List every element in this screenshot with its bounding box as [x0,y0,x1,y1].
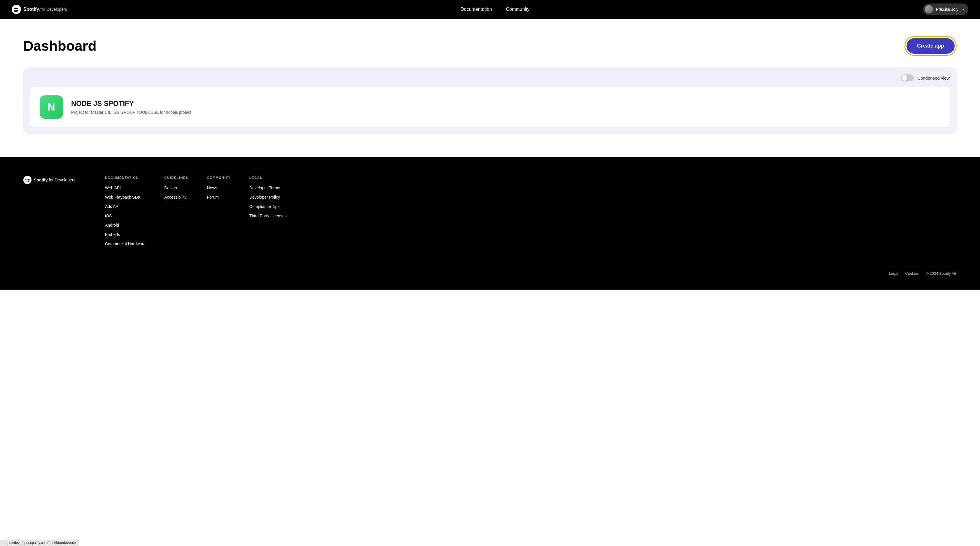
svg-point-0 [12,5,21,14]
list-item: News [207,185,231,191]
footer-col-legal: LEGAL Developer Terms Developer Policy C… [250,176,287,247]
footer-nav-cols: DOCUMENTATION Web API Web Playback SDK A… [105,176,957,247]
footer-col-guidelines-title: GUIDELINES [164,176,188,179]
condensed-view-row: Condensed view [30,74,950,81]
header-left: Spotify.for Developers [12,5,67,14]
list-item: Ads API [105,204,146,209]
header: Spotify.for Developers Documentation Com… [0,0,980,19]
footer-brand-text: Spotify.for Developers [34,178,75,182]
user-name: Priscilla Joly [936,7,958,12]
footer-spotify-icon [23,176,32,184]
condensed-view-label: Condensed view [917,76,950,81]
footer-link-commercial-hardware[interactable]: Commercial Hardware [105,242,146,246]
list-item: Developer Policy [250,194,287,200]
footer-link-ads-api[interactable]: Ads API [105,204,119,209]
nav-community[interactable]: Community [506,7,530,12]
app-icon: N [40,96,63,119]
footer-col-community-title: COMMUNITY [207,176,231,179]
list-item: Web API [105,185,146,191]
list-item: iOS [105,213,146,218]
list-item: Developer Terms [250,185,287,191]
footer-link-developer-policy[interactable]: Developer Policy [250,195,280,199]
footer-link-news[interactable]: News [207,186,217,190]
toggle-knob [902,75,907,81]
list-item: Web Playback SDK [105,194,146,200]
footer-link-web-api[interactable]: Web API [105,186,121,190]
main-content: Dashboard Create app Condensed view N NO… [0,19,980,157]
footer-link-developer-terms[interactable]: Developer Terms [250,186,280,190]
footer-community-links: News Forum [207,185,231,200]
svg-point-1 [23,176,32,184]
list-item: Android [105,223,146,228]
app-card[interactable]: N NODE JS SPOTIFY Project for Master 1 I… [30,87,950,127]
footer-link-android[interactable]: Android [105,223,119,228]
dashboard-header: Dashboard Create app [23,36,957,56]
footer-link-forum[interactable]: Forum [207,195,219,199]
list-item: Forum [207,194,231,200]
list-item: Accessibility [164,194,188,200]
header-nav: Documentation Community [461,7,530,12]
avatar [925,5,933,13]
chevron-down-icon: ▾ [963,7,964,11]
footer-col-documentation: DOCUMENTATION Web API Web Playback SDK A… [105,176,146,247]
spotify-logo[interactable]: Spotify.for Developers [12,5,67,14]
header-brand-text: Spotify.for Developers [23,7,67,12]
footer-link-design[interactable]: Design [164,186,177,190]
footer-col-legal-title: LEGAL [250,176,287,179]
create-app-button[interactable]: Create app [907,38,955,54]
list-item: Compliance Tips [250,204,287,209]
footer-link-embeds[interactable]: Embeds [105,232,120,237]
footer-bottom: Legal Cookies © 2024 Spotify AB [23,264,957,275]
footer-link-accessibility[interactable]: Accessibility [164,195,186,199]
footer-copyright: © 2024 Spotify AB [926,271,957,275]
footer-link-ios[interactable]: iOS [105,213,112,218]
page-title: Dashboard [23,38,97,54]
footer-link-web-playback-sdk[interactable]: Web Playback SDK [105,195,141,199]
list-item: Embeds [105,232,146,237]
footer-logo-col: Spotify.for Developers [23,176,82,247]
list-item: Third Party Licenses [250,213,287,218]
footer-guidelines-links: Design Accessibility [164,185,188,200]
footer-logo: Spotify.for Developers [23,176,82,184]
apps-container: Condensed view N NODE JS SPOTIFY Project… [23,67,957,134]
user-menu[interactable]: Priscilla Joly ▾ [923,3,968,15]
list-item: Commercial Hardware [105,241,146,247]
app-description: Project for Master 1 IL IGS GROUP TOULOU… [71,110,191,115]
footer-link-third-party-licenses[interactable]: Third Party Licenses [250,213,287,218]
condensed-view-toggle[interactable] [901,74,914,81]
footer: Spotify.for Developers DOCUMENTATION Web… [0,157,980,290]
footer-cookies-link[interactable]: Cookies [905,271,919,275]
app-name: NODE JS SPOTIFY [71,99,191,108]
footer-col-documentation-title: DOCUMENTATION [105,176,146,179]
footer-col-community: COMMUNITY News Forum [207,176,231,247]
nav-documentation[interactable]: Documentation [461,7,492,12]
footer-col-guidelines: GUIDELINES Design Accessibility [164,176,188,247]
create-app-btn-wrapper: Create app [904,36,957,56]
footer-legal-links: Developer Terms Developer Policy Complia… [250,185,287,218]
footer-link-compliance-tips[interactable]: Compliance Tips [250,204,280,209]
footer-legal-link[interactable]: Legal [889,271,898,275]
footer-top: Spotify.for Developers DOCUMENTATION Web… [23,176,957,247]
list-item: Design [164,185,188,191]
app-info: NODE JS SPOTIFY Project for Master 1 IL … [71,99,191,115]
spotify-icon [12,5,21,14]
footer-documentation-links: Web API Web Playback SDK Ads API iOS And… [105,185,146,247]
